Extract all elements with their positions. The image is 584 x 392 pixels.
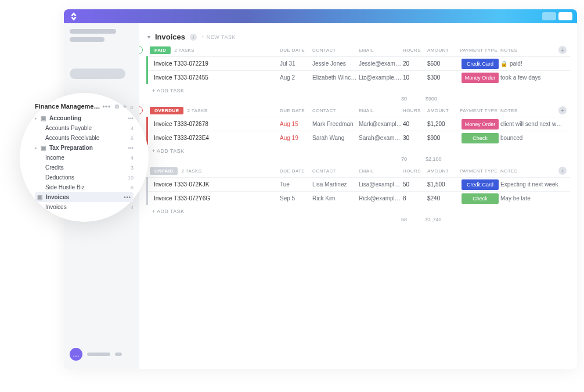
contact-email[interactable]: Liz@example.com: [359, 74, 403, 81]
payment-badge[interactable]: Money Order: [462, 73, 499, 83]
table-row[interactable]: Invoice T333-072KJK Tue Lisa Martinez Li…: [148, 177, 570, 191]
invoice-name[interactable]: Invoice T333-072Y6G: [148, 195, 280, 202]
amount-value[interactable]: $600: [427, 60, 460, 67]
hours-value[interactable]: 50: [403, 181, 427, 188]
contact-name[interactable]: Rick Kim: [312, 195, 359, 202]
add-task-button[interactable]: + ADD TASK: [146, 205, 570, 214]
list-item-count: 3: [131, 165, 134, 171]
collapse-icon[interactable]: ▾: [147, 34, 150, 40]
due-date[interactable]: Tue: [280, 181, 312, 188]
status-pill[interactable]: UNPAID: [150, 167, 178, 175]
col-payment: PAYMENT TYPE: [460, 48, 500, 53]
add-column-icon[interactable]: +: [558, 167, 567, 175]
more-icon[interactable]: •••: [124, 195, 131, 200]
contact-email[interactable]: Rick@example.com: [359, 195, 403, 202]
hours-value[interactable]: 10: [403, 74, 427, 81]
add-column-icon[interactable]: +: [558, 46, 567, 54]
notes-cell[interactable]: May be late: [500, 195, 570, 202]
amount-value[interactable]: $300: [427, 74, 460, 81]
invoice-name[interactable]: Invoice T333-0723E4: [148, 135, 280, 141]
info-icon[interactable]: i: [190, 34, 197, 41]
notes-cell[interactable]: took a few days: [500, 74, 570, 81]
contact-name[interactable]: Elizabeth Wincheste: [312, 74, 359, 81]
contact-email[interactable]: Sarah@example.com: [359, 135, 403, 141]
list-item[interactable]: Income4: [35, 153, 134, 163]
amount-value[interactable]: $240: [427, 195, 460, 202]
hours-value[interactable]: 30: [403, 135, 427, 141]
contact-name[interactable]: Lisa Martinez: [312, 181, 359, 188]
window-control-b[interactable]: [558, 12, 572, 20]
list-item[interactable]: Accounts Payable4: [35, 123, 134, 133]
list-item[interactable]: Invoices4: [35, 202, 134, 212]
folder-icon: ▣: [41, 145, 46, 151]
contact-name[interactable]: Sarah Wang: [312, 135, 359, 141]
status-pill[interactable]: OVERDUE: [150, 107, 183, 114]
contact-email[interactable]: Jessie@example.com: [359, 60, 403, 67]
list-item-count: 6: [131, 135, 134, 141]
search-input-placeholder[interactable]: [70, 69, 125, 79]
search-icon[interactable]: ⌕: [130, 103, 134, 110]
status-circle-icon[interactable]: [139, 46, 143, 54]
chat-launcher[interactable]: …: [70, 348, 134, 361]
payment-badge[interactable]: Credit Card: [462, 59, 499, 69]
amount-value[interactable]: $1,200: [427, 121, 460, 127]
due-date[interactable]: Sep 5: [280, 195, 312, 202]
task-count: 2 TASKS: [181, 168, 201, 174]
more-icon[interactable]: •••: [128, 116, 134, 121]
contact-name[interactable]: Jessie Jones: [312, 60, 359, 67]
add-task-button[interactable]: + ADD TASK: [146, 145, 570, 154]
payment-badge[interactable]: Money Order: [462, 119, 499, 130]
due-date[interactable]: Aug 15: [280, 121, 312, 127]
status-pill[interactable]: PAID: [150, 46, 171, 54]
notes-cell[interactable]: bounced: [500, 135, 570, 141]
col-hours: HOURS: [403, 108, 427, 113]
invoice-name[interactable]: Invoice T333-072KJK: [148, 181, 280, 188]
settings-icon[interactable]: ⚙: [114, 103, 120, 110]
due-date[interactable]: Jul 31: [280, 60, 312, 67]
table-row[interactable]: Invoice T333-072678 Aug 15 Mark Freedman…: [148, 117, 570, 131]
add-column-icon[interactable]: +: [558, 106, 567, 114]
table-row[interactable]: Invoice T333-072455 Aug 2 Elizabeth Winc…: [148, 70, 570, 84]
more-icon[interactable]: •••: [102, 103, 111, 110]
hours-value[interactable]: 20: [403, 60, 427, 67]
table-row[interactable]: Invoice T333-0723E4 Aug 19 Sarah Wang Sa…: [148, 131, 570, 145]
window-control-a[interactable]: [542, 12, 556, 20]
total-hours: 30: [401, 96, 426, 102]
folder-item[interactable]: ▸▣Tax Preparation•••: [35, 143, 134, 153]
table-row[interactable]: Invoice T333-072Y6G Sep 5 Rick Kim Rick@…: [148, 191, 570, 205]
notes-cell[interactable]: Expecting it next week: [500, 181, 570, 188]
task-count: 2 TASKS: [174, 48, 194, 53]
folder-item[interactable]: ▸▣Accounting•••: [35, 113, 134, 123]
list-item[interactable]: Side Hustle Biz6: [35, 182, 134, 192]
notes-cell[interactable]: 🔒paid!: [500, 60, 570, 67]
payment-badge[interactable]: Check: [462, 193, 499, 204]
add-task-button[interactable]: + ADD TASK: [146, 84, 570, 93]
table-row[interactable]: Invoice T333-072219 Jul 31 Jessie Jones …: [148, 56, 570, 70]
status-circle-icon[interactable]: [139, 106, 143, 114]
contact-email[interactable]: Lisa@example.com: [359, 181, 403, 188]
list-item[interactable]: Credits3: [35, 163, 134, 172]
payment-badge[interactable]: Credit Card: [462, 179, 499, 190]
add-icon[interactable]: +: [123, 103, 127, 110]
folder-item-active[interactable]: ▣Invoices•••: [35, 192, 134, 202]
list-item[interactable]: Deductions10: [35, 172, 134, 182]
invoice-name[interactable]: Invoice T333-072219: [148, 60, 280, 67]
payment-badge[interactable]: Check: [462, 133, 499, 143]
invoice-name[interactable]: Invoice T333-072455: [148, 74, 280, 81]
amount-value[interactable]: $900: [427, 135, 460, 141]
new-task-button[interactable]: + NEW TASK: [201, 34, 236, 40]
due-date[interactable]: Aug 2: [280, 74, 312, 81]
more-icon[interactable]: •••: [128, 145, 134, 151]
list-item[interactable]: Accounts Receivable6: [35, 133, 134, 143]
contact-name[interactable]: Mark Freedman: [312, 121, 359, 127]
list-item-label: Accounts Payable: [45, 125, 92, 131]
due-date[interactable]: Aug 19: [280, 135, 312, 141]
invoice-name[interactable]: Invoice T333-072678: [148, 121, 280, 127]
amount-value[interactable]: $1,500: [427, 181, 460, 188]
hours-value[interactable]: 8: [403, 195, 427, 202]
list-item-count: 10: [128, 175, 134, 181]
space-title[interactable]: Finance Manageme…: [35, 103, 100, 110]
notes-cell[interactable]: client will send next w…: [500, 121, 570, 127]
hours-value[interactable]: 40: [403, 121, 427, 127]
contact-email[interactable]: Mark@example.com: [359, 121, 403, 127]
